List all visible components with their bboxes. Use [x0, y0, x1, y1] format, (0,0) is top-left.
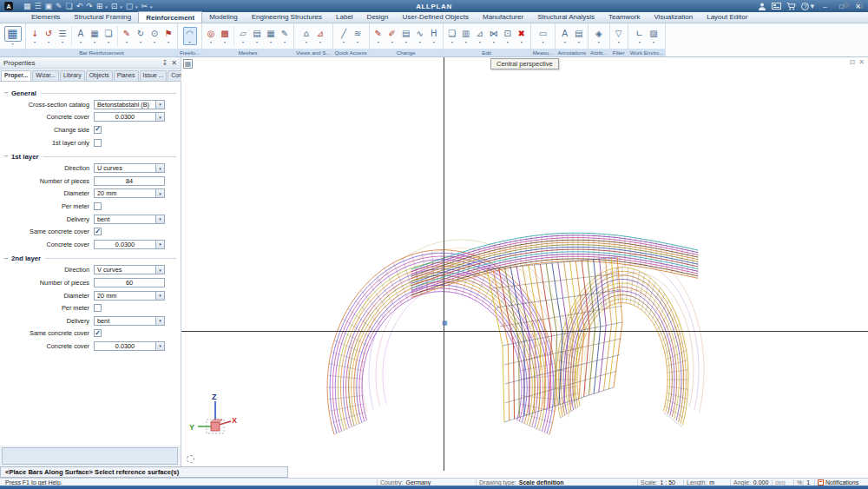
- panel-tab-wizar[interactable]: Wizar...: [32, 70, 59, 81]
- checkbox-change-side[interactable]: ✓: [94, 126, 102, 134]
- menu-tab-engineering-structures[interactable]: Engineering Structures: [245, 11, 329, 23]
- command-prompt[interactable]: <Place Bars Along Surface> Select refere…: [0, 466, 288, 478]
- signal-icon[interactable]: ≋▾: [351, 28, 365, 44]
- edit-doc-icon[interactable]: ▤▾: [399, 28, 413, 44]
- bar-image-icon[interactable]: ▦▾: [88, 28, 102, 44]
- menu-tab-elements[interactable]: Elements: [24, 11, 67, 23]
- license-card-icon[interactable]: [772, 3, 781, 10]
- section-house-icon[interactable]: ⌂▾: [299, 28, 313, 44]
- cut-icon[interactable]: ✂ ▾: [141, 2, 153, 11]
- grid-icon[interactable]: ▦: [23, 2, 31, 10]
- select-diameter[interactable]: 20 mm▾: [94, 291, 165, 301]
- select-concrete-cover[interactable]: 0.0300▾: [94, 341, 165, 351]
- save-icon[interactable]: ▣: [45, 2, 53, 10]
- menu-tab-label[interactable]: Label: [329, 11, 360, 23]
- mesh-place-icon[interactable]: ▩▾: [218, 28, 232, 44]
- stretch-pin-icon[interactable]: ✐▾: [385, 28, 399, 44]
- shop-cart-icon[interactable]: [786, 3, 796, 10]
- panel-tab-objects[interactable]: Objects: [86, 70, 113, 81]
- pin-icon[interactable]: ↧: [162, 59, 168, 67]
- axes-view-icon[interactable]: ⊿▾: [313, 28, 327, 44]
- close-panel-icon[interactable]: ✕: [171, 59, 177, 67]
- panel-tab-library[interactable]: Library: [60, 70, 85, 81]
- layout-icon[interactable]: ⊡ ▾: [111, 2, 122, 11]
- freeform-reinforcement-icon[interactable]: ◠▾: [183, 27, 197, 45]
- select-direction[interactable]: V curves▾: [94, 265, 165, 274]
- task-board-button[interactable]: ▦ ▾: [0, 23, 25, 49]
- menu-tab-teamwork[interactable]: Teamwork: [602, 11, 647, 23]
- section-header-1st-layer[interactable]: −1st layer: [0, 151, 181, 162]
- report-icon[interactable]: ▤▾: [572, 28, 586, 44]
- viewport-close-icon[interactable]: ✕: [858, 58, 865, 66]
- mesh-tray-icon[interactable]: ▤▾: [250, 28, 264, 44]
- menu-tab-structural-analysis[interactable]: Structural Analysis: [530, 11, 602, 23]
- mesh-roll-icon[interactable]: ◎▾: [204, 28, 218, 44]
- line-icon[interactable]: ╱▾: [337, 28, 351, 44]
- mirror-icon[interactable]: ⋈▾: [487, 28, 501, 44]
- select-delivery[interactable]: bent▾: [94, 215, 165, 224]
- checkbox-per-meter[interactable]: [94, 304, 102, 312]
- restore-button[interactable]: □: [836, 3, 847, 10]
- select-concrete-cover[interactable]: 0.0300▾: [94, 112, 165, 122]
- select-direction[interactable]: U curves▾: [94, 163, 165, 173]
- array-spacing-icon[interactable]: ▥▾: [459, 28, 473, 44]
- mesh-image-icon[interactable]: ▦▾: [264, 28, 278, 44]
- menu-tab-modeling[interactable]: Modeling: [202, 11, 244, 23]
- close-button[interactable]: ✕: [852, 3, 864, 10]
- filter-icon[interactable]: ▽▾: [612, 28, 626, 44]
- edit-doc-icon[interactable]: ✎: [56, 2, 62, 10]
- place-bar-icon[interactable]: ↓▾: [28, 28, 42, 44]
- checkbox-1st-layer-only[interactable]: [94, 139, 102, 147]
- viewport-menu-icon[interactable]: ▦: [183, 59, 193, 69]
- bar-clock-icon[interactable]: ⊙▾: [148, 28, 161, 44]
- attributes-icon[interactable]: ◈▾: [592, 28, 606, 44]
- bending-shape-icon[interactable]: ↺▾: [42, 28, 56, 44]
- menu-tab-visualization[interactable]: Visualization: [647, 11, 700, 23]
- checkbox-per-meter[interactable]: [94, 202, 102, 210]
- menu-tab-manufacturer[interactable]: Manufacturer: [476, 11, 530, 23]
- text-icon[interactable]: A▾: [558, 28, 572, 44]
- view-icon[interactable]: ▢ ▾: [126, 2, 138, 11]
- panel-tab-issue[interactable]: Issue ...: [140, 70, 168, 81]
- section-header-general[interactable]: −General: [0, 88, 181, 98]
- drawing-viewport[interactable]: ▦ ▦ ⊡ ✕ Central perspective Z Y X: [181, 57, 868, 478]
- minimize-button[interactable]: –: [819, 3, 831, 10]
- input-number-of-pieces[interactable]: 84: [94, 176, 165, 186]
- input-number-of-pieces[interactable]: 60: [94, 278, 165, 287]
- hatch-settings-icon[interactable]: ▨▾: [647, 28, 661, 44]
- select-concrete-cover[interactable]: 0.0300▾: [94, 240, 165, 249]
- measure-icon[interactable]: ▭▾: [536, 28, 550, 44]
- bar-label-icon[interactable]: A▾: [74, 28, 88, 44]
- open-list-icon[interactable]: ☰: [35, 2, 42, 10]
- coordinate-icon[interactable]: ∟▾: [633, 28, 647, 44]
- scale-box-icon[interactable]: ⊡▾: [501, 28, 515, 44]
- checkbox-same-concrete-cover[interactable]: ✓: [94, 329, 102, 337]
- delete-icon[interactable]: ✖▾: [515, 28, 529, 44]
- select-cross-section-catalog[interactable]: Betonstabstahl (B)▾: [94, 100, 165, 109]
- bar-rotate-icon[interactable]: ↻▾: [134, 28, 148, 44]
- polyline-edit-icon[interactable]: ∿▾: [413, 28, 427, 44]
- checkbox-same-concrete-cover[interactable]: ✓: [94, 228, 102, 235]
- menu-tab-design[interactable]: Design: [360, 11, 396, 23]
- menu-tab-reinforcement[interactable]: Reinforcement: [138, 11, 202, 23]
- modify-pencil-icon[interactable]: ✎▾: [372, 28, 385, 44]
- straight-bars-icon[interactable]: ☰▾: [56, 28, 69, 44]
- panel-tab-proper[interactable]: Proper...: [1, 70, 31, 81]
- bar-edit-icon[interactable]: ✎▾: [120, 28, 134, 44]
- beam-edit-icon[interactable]: H▾: [427, 28, 441, 44]
- panel-tab-planes[interactable]: Planes: [114, 70, 139, 81]
- status-notifications[interactable]: Notifications: [818, 479, 858, 486]
- help-button[interactable]: ?▾: [801, 2, 814, 10]
- select-delivery[interactable]: bent▾: [94, 316, 165, 326]
- bar-copy-icon[interactable]: ❏▾: [102, 28, 115, 44]
- mesh-cut-icon[interactable]: ▱▾: [236, 28, 250, 44]
- user-account-icon[interactable]: [758, 3, 766, 10]
- mesh-edit-icon[interactable]: ✎▾: [278, 28, 292, 44]
- window-icon[interactable]: ⊞ ▾: [96, 2, 108, 11]
- viewport-float-icon[interactable]: ⊡: [850, 58, 856, 66]
- menu-tab-user-defined-objects[interactable]: User-Defined Objects: [396, 11, 476, 23]
- move-icon[interactable]: ⊿▾: [473, 28, 487, 44]
- copy-icon[interactable]: ❏: [66, 2, 73, 10]
- copy-elements-icon[interactable]: ❏▾: [445, 28, 459, 44]
- bar-flag-icon[interactable]: ⚑▾: [161, 28, 175, 44]
